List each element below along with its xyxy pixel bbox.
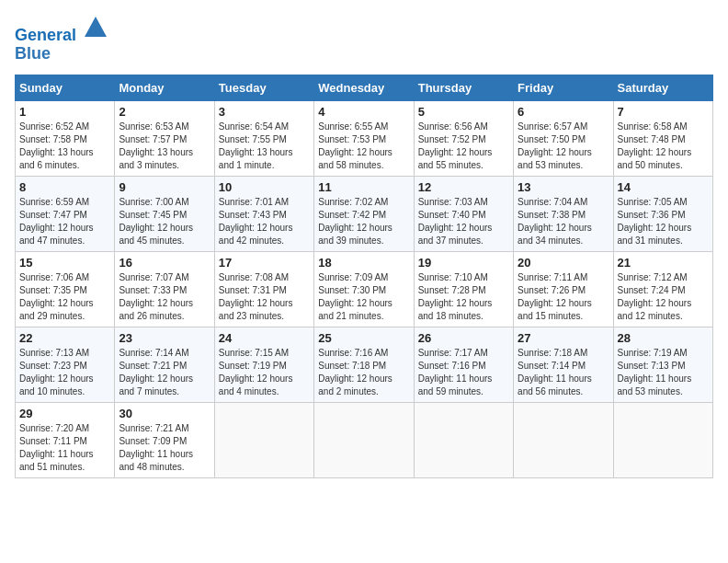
- calendar-day-cell: 21Sunrise: 7:12 AM Sunset: 7:24 PM Dayli…: [613, 251, 712, 327]
- day-info: Sunrise: 7:08 AM Sunset: 7:31 PM Dayligh…: [219, 271, 310, 323]
- calendar-day-cell: 9Sunrise: 7:00 AM Sunset: 7:45 PM Daylig…: [115, 176, 214, 251]
- calendar-day-cell: 13Sunrise: 7:04 AM Sunset: 7:38 PM Dayli…: [514, 176, 613, 251]
- day-number: 24: [219, 331, 310, 345]
- day-info: Sunrise: 7:00 AM Sunset: 7:45 PM Dayligh…: [119, 196, 210, 247]
- day-info: Sunrise: 7:13 AM Sunset: 7:23 PM Dayligh…: [19, 347, 110, 398]
- day-number: 26: [418, 331, 509, 345]
- day-info: Sunrise: 7:15 AM Sunset: 7:19 PM Dayligh…: [219, 347, 310, 398]
- day-info: Sunrise: 7:01 AM Sunset: 7:43 PM Dayligh…: [219, 196, 310, 247]
- calendar-day-cell: 27Sunrise: 7:18 AM Sunset: 7:14 PM Dayli…: [514, 327, 613, 402]
- day-number: 5: [418, 105, 509, 119]
- day-info: Sunrise: 7:18 AM Sunset: 7:14 PM Dayligh…: [518, 347, 609, 398]
- calendar-day-cell: [314, 402, 414, 477]
- calendar-day-cell: [214, 402, 313, 477]
- day-info: Sunrise: 6:55 AM Sunset: 7:53 PM Dayligh…: [318, 121, 409, 172]
- day-info: Sunrise: 7:11 AM Sunset: 7:26 PM Dayligh…: [518, 271, 609, 323]
- day-number: 21: [618, 256, 709, 270]
- weekday-header: Friday: [514, 75, 613, 100]
- calendar-day-cell: [514, 402, 613, 477]
- calendar-day-cell: 20Sunrise: 7:11 AM Sunset: 7:26 PM Dayli…: [514, 251, 613, 327]
- day-info: Sunrise: 6:58 AM Sunset: 7:48 PM Dayligh…: [618, 121, 709, 172]
- day-info: Sunrise: 6:52 AM Sunset: 7:58 PM Dayligh…: [19, 121, 110, 172]
- calendar-week-row: 22Sunrise: 7:13 AM Sunset: 7:23 PM Dayli…: [16, 327, 713, 402]
- calendar-body: 1Sunrise: 6:52 AM Sunset: 7:58 PM Daylig…: [16, 100, 713, 477]
- logo-icon: [83, 15, 108, 40]
- day-info: Sunrise: 6:56 AM Sunset: 7:52 PM Dayligh…: [418, 121, 509, 172]
- day-number: 4: [318, 105, 409, 119]
- calendar-day-cell: 28Sunrise: 7:19 AM Sunset: 7:13 PM Dayli…: [613, 327, 712, 402]
- calendar-day-cell: 22Sunrise: 7:13 AM Sunset: 7:23 PM Dayli…: [16, 327, 115, 402]
- calendar-day-cell: [414, 402, 513, 477]
- day-info: Sunrise: 7:09 AM Sunset: 7:30 PM Dayligh…: [318, 271, 409, 323]
- calendar-day-cell: 24Sunrise: 7:15 AM Sunset: 7:19 PM Dayli…: [214, 327, 313, 402]
- weekday-header: Wednesday: [314, 75, 414, 100]
- day-number: 29: [19, 407, 110, 420]
- calendar-week-row: 1Sunrise: 6:52 AM Sunset: 7:58 PM Daylig…: [16, 100, 713, 176]
- calendar-day-cell: 25Sunrise: 7:16 AM Sunset: 7:18 PM Dayli…: [314, 327, 414, 402]
- calendar-week-row: 8Sunrise: 6:59 AM Sunset: 7:47 PM Daylig…: [16, 176, 713, 251]
- day-number: 1: [19, 105, 110, 119]
- calendar-day-cell: 23Sunrise: 7:14 AM Sunset: 7:21 PM Dayli…: [115, 327, 214, 402]
- day-number: 6: [518, 105, 609, 119]
- day-number: 10: [219, 180, 310, 194]
- calendar-day-cell: 18Sunrise: 7:09 AM Sunset: 7:30 PM Dayli…: [314, 251, 414, 327]
- logo-blue: Blue: [15, 44, 51, 63]
- day-number: 11: [318, 180, 409, 194]
- day-info: Sunrise: 7:20 AM Sunset: 7:11 PM Dayligh…: [19, 422, 110, 474]
- calendar-day-cell: 3Sunrise: 6:54 AM Sunset: 7:55 PM Daylig…: [214, 100, 313, 176]
- day-info: Sunrise: 7:17 AM Sunset: 7:16 PM Dayligh…: [418, 347, 509, 398]
- day-number: 23: [119, 331, 210, 345]
- day-info: Sunrise: 6:59 AM Sunset: 7:47 PM Dayligh…: [19, 196, 110, 247]
- calendar-day-cell: 14Sunrise: 7:05 AM Sunset: 7:36 PM Dayli…: [613, 176, 712, 251]
- calendar-day-cell: 4Sunrise: 6:55 AM Sunset: 7:53 PM Daylig…: [314, 100, 414, 176]
- calendar-day-cell: 7Sunrise: 6:58 AM Sunset: 7:48 PM Daylig…: [613, 100, 712, 176]
- day-info: Sunrise: 7:10 AM Sunset: 7:28 PM Dayligh…: [418, 271, 509, 323]
- calendar-day-cell: 10Sunrise: 7:01 AM Sunset: 7:43 PM Dayli…: [214, 176, 313, 251]
- day-number: 20: [518, 256, 609, 270]
- day-number: 22: [19, 331, 110, 345]
- calendar-week-row: 29Sunrise: 7:20 AM Sunset: 7:11 PM Dayli…: [16, 402, 713, 477]
- day-info: Sunrise: 7:12 AM Sunset: 7:24 PM Dayligh…: [618, 271, 709, 323]
- day-info: Sunrise: 7:21 AM Sunset: 7:09 PM Dayligh…: [119, 422, 210, 474]
- calendar-day-cell: 19Sunrise: 7:10 AM Sunset: 7:28 PM Dayli…: [414, 251, 513, 327]
- day-number: 13: [518, 180, 609, 194]
- day-number: 15: [19, 256, 110, 270]
- calendar-day-cell: 12Sunrise: 7:03 AM Sunset: 7:40 PM Dayli…: [414, 176, 513, 251]
- logo: General Blue: [15, 15, 108, 63]
- day-number: 9: [119, 180, 210, 194]
- weekday-header: Thursday: [414, 75, 513, 100]
- logo-general: General: [15, 26, 76, 44]
- calendar-week-row: 15Sunrise: 7:06 AM Sunset: 7:35 PM Dayli…: [16, 251, 713, 327]
- day-info: Sunrise: 7:02 AM Sunset: 7:42 PM Dayligh…: [318, 196, 409, 247]
- day-number: 18: [318, 256, 409, 270]
- calendar-day-cell: 29Sunrise: 7:20 AM Sunset: 7:11 PM Dayli…: [16, 402, 115, 477]
- calendar-day-cell: 2Sunrise: 6:53 AM Sunset: 7:57 PM Daylig…: [115, 100, 214, 176]
- day-info: Sunrise: 6:57 AM Sunset: 7:50 PM Dayligh…: [518, 121, 609, 172]
- calendar-day-cell: 30Sunrise: 7:21 AM Sunset: 7:09 PM Dayli…: [115, 402, 214, 477]
- weekday-header: Monday: [115, 75, 214, 100]
- calendar-table: SundayMondayTuesdayWednesdayThursdayFrid…: [15, 75, 713, 478]
- day-number: 7: [618, 105, 709, 119]
- calendar-day-cell: 8Sunrise: 6:59 AM Sunset: 7:47 PM Daylig…: [16, 176, 115, 251]
- day-info: Sunrise: 7:16 AM Sunset: 7:18 PM Dayligh…: [318, 347, 409, 398]
- day-info: Sunrise: 7:14 AM Sunset: 7:21 PM Dayligh…: [119, 347, 210, 398]
- svg-marker-0: [85, 17, 107, 37]
- day-number: 17: [219, 256, 310, 270]
- calendar-day-cell: 1Sunrise: 6:52 AM Sunset: 7:58 PM Daylig…: [16, 100, 115, 176]
- day-number: 25: [318, 331, 409, 345]
- day-number: 27: [518, 331, 609, 345]
- day-number: 16: [119, 256, 210, 270]
- day-info: Sunrise: 6:54 AM Sunset: 7:55 PM Dayligh…: [219, 121, 310, 172]
- day-info: Sunrise: 7:19 AM Sunset: 7:13 PM Dayligh…: [618, 347, 709, 398]
- day-info: Sunrise: 7:03 AM Sunset: 7:40 PM Dayligh…: [418, 196, 509, 247]
- calendar-day-cell: 16Sunrise: 7:07 AM Sunset: 7:33 PM Dayli…: [115, 251, 214, 327]
- day-info: Sunrise: 7:07 AM Sunset: 7:33 PM Dayligh…: [119, 271, 210, 323]
- day-number: 19: [418, 256, 509, 270]
- day-number: 2: [119, 105, 210, 119]
- calendar-day-cell: 5Sunrise: 6:56 AM Sunset: 7:52 PM Daylig…: [414, 100, 513, 176]
- day-info: Sunrise: 6:53 AM Sunset: 7:57 PM Dayligh…: [119, 121, 210, 172]
- day-number: 14: [618, 180, 709, 194]
- day-info: Sunrise: 7:06 AM Sunset: 7:35 PM Dayligh…: [19, 271, 110, 323]
- calendar-day-cell: 6Sunrise: 6:57 AM Sunset: 7:50 PM Daylig…: [514, 100, 613, 176]
- calendar-day-cell: [613, 402, 712, 477]
